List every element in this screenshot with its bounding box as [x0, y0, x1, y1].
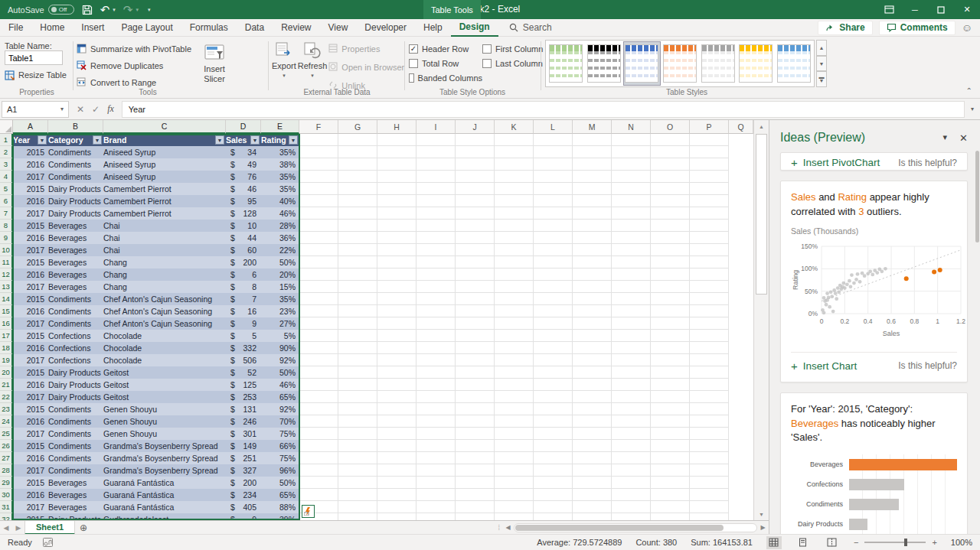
gallery-down-icon[interactable]: ▼	[816, 56, 827, 72]
column-header-E[interactable]: E	[261, 120, 299, 134]
tab-page-layout[interactable]: Page Layout	[113, 19, 181, 37]
row-header-9[interactable]: 9	[0, 232, 13, 244]
tab-data[interactable]: Data	[237, 19, 273, 37]
vertical-scroll-thumb[interactable]	[756, 134, 767, 295]
hscroll-left-icon[interactable]: ◀	[502, 524, 514, 531]
normal-view-icon[interactable]	[766, 536, 782, 549]
empty-cells-region[interactable]	[299, 134, 729, 520]
name-box[interactable]: A1 ▾	[2, 101, 69, 118]
column-header-F[interactable]: F	[299, 120, 338, 134]
row-header-31[interactable]: 31	[0, 501, 13, 513]
column-header-K[interactable]: K	[495, 120, 534, 134]
gallery-up-icon[interactable]: ▲	[816, 40, 827, 56]
scroll-down-icon[interactable]: ▼	[754, 508, 769, 520]
refresh-button[interactable]: Refresh ▾	[298, 38, 328, 93]
column-header-A[interactable]: A	[13, 120, 48, 134]
row-header-10[interactable]: 10	[0, 244, 13, 256]
row-header-11[interactable]: 11	[0, 256, 13, 268]
quick-analysis-button[interactable]	[302, 505, 315, 518]
save-icon[interactable]	[82, 5, 93, 15]
feedback-smiley-icon[interactable]: ☺	[962, 21, 972, 34]
sheet-tab-sheet1[interactable]: Sheet1	[24, 521, 75, 535]
row-header-5[interactable]: 5	[0, 183, 13, 195]
column-header-N[interactable]: N	[612, 120, 651, 134]
table-style-medium-gold[interactable]	[738, 42, 774, 85]
table-name-input[interactable]	[5, 50, 63, 65]
vertical-scrollbar[interactable]: ▲ ▼	[753, 120, 769, 520]
tab-design[interactable]: Design	[451, 19, 498, 37]
row-header-25[interactable]: 25	[0, 428, 13, 440]
table-style-medium-gray[interactable]	[700, 42, 736, 85]
filter-dropdown-icon-sales[interactable]: ▼	[250, 135, 260, 145]
column-header-P[interactable]: P	[690, 120, 729, 134]
remove-duplicates-button[interactable]: Remove Duplicates	[77, 58, 191, 73]
ribbon-display-options-icon[interactable]	[876, 0, 902, 19]
filter-dropdown-icon-brand[interactable]: ▼	[215, 135, 224, 145]
hscroll-right-icon[interactable]: ▶	[757, 524, 769, 531]
row-header-23[interactable]: 23	[0, 403, 13, 415]
column-header-C[interactable]: C	[103, 120, 226, 134]
autosave-toggle[interactable]: AutoSave Off	[8, 5, 74, 15]
collapse-ribbon-icon[interactable]: ⌃	[966, 86, 972, 95]
row-header-20[interactable]: 20	[0, 366, 13, 379]
export-button[interactable]: Export ▾	[272, 38, 296, 93]
zoom-slider[interactable]: − +	[854, 538, 937, 547]
minimize-button[interactable]: ─	[902, 0, 928, 19]
row-header-3[interactable]: 3	[0, 158, 13, 171]
horizontal-scrollbar[interactable]	[514, 523, 757, 532]
customize-qat-icon[interactable]: ▾	[148, 7, 151, 13]
table-style-light-green[interactable]	[548, 42, 584, 85]
page-layout-view-icon[interactable]	[795, 536, 811, 549]
table-style-dark-black[interactable]	[586, 42, 622, 85]
maximize-button[interactable]	[928, 0, 954, 19]
insert-pivotchart-link-top[interactable]: + Insert PivotChart	[791, 156, 880, 169]
summarize-with-pivottable-button[interactable]: Summarize with PivotTable	[77, 41, 191, 57]
insert-chart-link[interactable]: + Insert Chart	[791, 360, 857, 373]
tab-developer[interactable]: Developer	[356, 19, 415, 37]
row-header-14[interactable]: 14	[0, 293, 13, 305]
row-header-1[interactable]: 1	[0, 134, 13, 146]
row-header-26[interactable]: 26	[0, 440, 13, 452]
row-header-7[interactable]: 7	[0, 207, 13, 220]
table-style-medium-orange[interactable]	[662, 42, 698, 85]
row-header-24[interactable]: 24	[0, 415, 13, 428]
filter-dropdown-icon-year[interactable]: ▼	[38, 135, 47, 145]
row-header-22[interactable]: 22	[0, 391, 13, 403]
row-header-15[interactable]: 15	[0, 305, 13, 317]
undo-icon[interactable]: ↶	[100, 3, 110, 17]
column-header-D[interactable]: D	[226, 120, 261, 134]
row-header-2[interactable]: 2	[0, 146, 13, 158]
zoom-out-icon[interactable]: −	[854, 538, 858, 547]
select-all-corner[interactable]	[0, 120, 13, 134]
tab-home[interactable]: Home	[31, 19, 73, 37]
row-header-12[interactable]: 12	[0, 268, 13, 281]
tab-formulas[interactable]: Formulas	[181, 19, 237, 37]
tab-splitter-handle[interactable]: ⁞	[495, 524, 502, 532]
row-header-29[interactable]: 29	[0, 477, 13, 489]
macro-record-icon[interactable]	[43, 538, 53, 547]
table-style-medium-blue2[interactable]	[776, 42, 812, 85]
redo-icon[interactable]: ↷	[123, 3, 133, 17]
new-sheet-icon[interactable]: ⊕	[75, 522, 92, 533]
helpful-link-top[interactable]: Is this helpful?	[898, 158, 957, 168]
enter-formula-icon[interactable]: ✓	[92, 104, 100, 115]
row-header-32[interactable]: 32	[0, 513, 13, 520]
row-header-8[interactable]: 8	[0, 220, 13, 232]
ideas-pane-close-icon[interactable]: ✕	[959, 132, 968, 144]
zoom-thumb[interactable]	[904, 539, 907, 546]
scroll-up-icon[interactable]: ▲	[754, 120, 769, 132]
redo-caret-icon[interactable]: ▾	[136, 7, 139, 13]
filter-dropdown-icon-rating[interactable]: ▼	[289, 135, 298, 145]
column-header-O[interactable]: O	[651, 120, 690, 134]
row-header-21[interactable]: 21	[0, 379, 13, 391]
filter-dropdown-icon-category[interactable]: ▼	[93, 135, 102, 145]
column-header-I[interactable]: I	[416, 120, 456, 134]
checkbox-banded-columns[interactable]: Banded Columns	[409, 71, 482, 84]
row-header-19[interactable]: 19	[0, 354, 13, 366]
undo-caret-icon[interactable]: ▾	[113, 7, 116, 13]
row-header-13[interactable]: 13	[0, 281, 13, 293]
table-style-medium-blue[interactable]	[624, 42, 660, 85]
tab-insert[interactable]: Insert	[73, 19, 113, 37]
row-header-30[interactable]: 30	[0, 489, 13, 501]
tab-review[interactable]: Review	[273, 19, 319, 37]
